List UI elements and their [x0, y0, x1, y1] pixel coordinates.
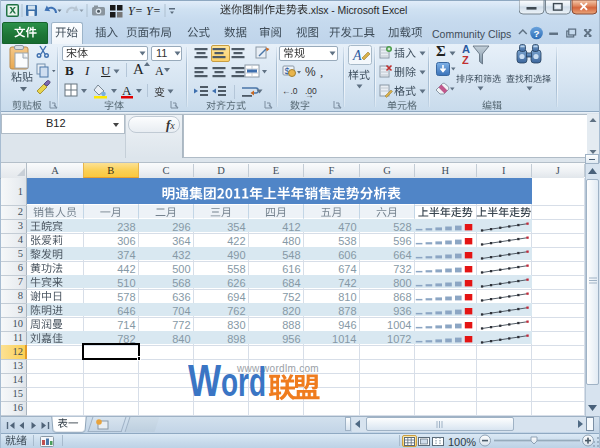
- svg-text:A: A: [122, 83, 132, 98]
- svg-text:Y=: Y=: [128, 4, 143, 18]
- svg-text:Z: Z: [462, 54, 469, 66]
- svg-text:,: ,: [320, 64, 323, 79]
- svg-text:%: %: [305, 65, 316, 79]
- svg-text:←.0: ←.0: [282, 86, 298, 96]
- svg-text:→: →: [305, 90, 314, 99]
- svg-text:Y=: Y=: [146, 4, 161, 18]
- svg-text:?: ?: [534, 28, 540, 39]
- svg-text:A: A: [352, 48, 362, 63]
